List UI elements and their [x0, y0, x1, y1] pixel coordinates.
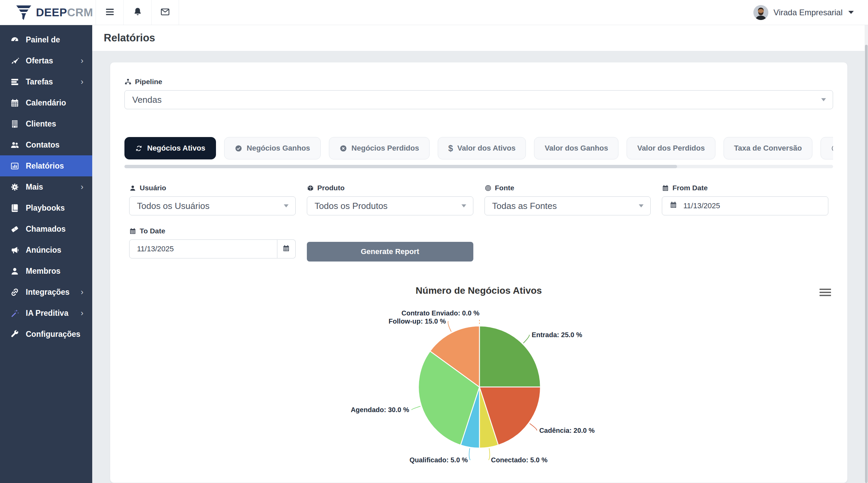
notifications-button[interactable] [123, 0, 151, 25]
chart-context-menu-icon[interactable] [820, 287, 831, 297]
chevron-down-icon [639, 205, 644, 208]
sidebar-item-label: Ofertas [26, 56, 53, 65]
link-icon [10, 287, 20, 297]
filter-usuario: UsuárioTodos os Usuários [129, 184, 296, 215]
megaphone-icon [10, 245, 20, 255]
sidebar-item-label: Configurações [26, 330, 80, 339]
user-icon [129, 185, 136, 192]
calendar-icon [10, 98, 20, 108]
tabs-scrollbar-thumb[interactable] [124, 165, 677, 168]
filter-produto: ProdutoTodos os Produtos [307, 184, 473, 215]
sidebar-item-tarefas[interactable]: Tarefas› [0, 71, 92, 92]
from-date-input[interactable]: 11/13/2025 [662, 196, 828, 215]
sidebar-item-label: Tarefas [26, 77, 53, 86]
produto-label: Produto [307, 184, 473, 192]
tab-label: Negócios Ganhos [247, 144, 310, 153]
menu-button[interactable] [96, 0, 123, 25]
main-content: Relatórios Pipeline Vendas Negócios Ativ… [92, 25, 868, 483]
chevron-right-icon: › [81, 287, 83, 297]
mail-icon [160, 7, 170, 18]
generate-report-cell: Generate Report [307, 227, 473, 262]
sidebar-item-label: Playbooks [26, 204, 65, 213]
filters-grid: UsuárioTodos os UsuáriosProdutoTodos os … [124, 184, 833, 262]
sidebar-item-label: Mais [26, 182, 43, 192]
pie-label-entrada: Entrada: 25.0 % [532, 331, 582, 339]
chevron-down-icon [461, 205, 466, 208]
building-icon [10, 119, 20, 129]
tab-valor-dos-ativos[interactable]: $Valor dos Ativos [438, 137, 526, 159]
dollar-icon: $ [448, 143, 453, 153]
brand-text: DEEPCRM [36, 6, 93, 19]
pie-chart: Entrada: 25.0 %Cadência: 20.0 %Conectado… [124, 297, 834, 474]
sidebar-item-clientes[interactable]: Clientes [0, 113, 92, 134]
sidebar-item-calendario[interactable]: Calendário [0, 92, 92, 113]
pie-slice-entrada[interactable] [479, 326, 540, 387]
filter-from-date: From Date11/13/2025 [662, 184, 828, 215]
pie-connector-cadencia [530, 424, 537, 431]
page-scrollbar[interactable] [865, 25, 868, 483]
pie-label-cadencia: Cadência: 20.0 % [539, 427, 595, 434]
clock-icon [831, 144, 833, 152]
tab-negocios-perdidos[interactable]: Negócios Perdidos [329, 137, 430, 159]
brand-logo[interactable]: DEEPCRM [0, 5, 96, 20]
produto-select[interactable]: Todos os Produtos [307, 196, 473, 215]
fonte-select[interactable]: Todas as Fontes [485, 196, 651, 215]
sidebar-item-ia-preditiva[interactable]: IA Preditiva› [0, 303, 92, 324]
tabs-scrollbar[interactable] [124, 165, 833, 168]
chevron-down-icon [821, 98, 826, 101]
pie-label-conectado: Conectado: 5.0 % [491, 456, 548, 464]
ticket-icon [10, 224, 20, 234]
tasks-icon [10, 77, 20, 86]
topbar: DEEPCRM Virada Empresarial [0, 0, 868, 25]
sidebar-item-painel-de[interactable]: Painel de [0, 29, 92, 50]
chart-area: Número de Negócios Ativos Entrada: 25.0 … [124, 285, 833, 474]
sidebar-item-chamados[interactable]: Chamados [0, 218, 92, 239]
messages-button[interactable] [151, 0, 179, 25]
calendar-sm-icon [662, 185, 669, 192]
report-card: Pipeline Vendas Negócios AtivosNegócios … [110, 62, 848, 483]
user-avatar [753, 5, 768, 20]
book-icon [10, 203, 20, 213]
tab-label: Negócios Ativos [147, 144, 205, 153]
sidebar-item-contatos[interactable]: Contatos [0, 134, 92, 155]
sidebar-item-membros[interactable]: Membros [0, 260, 92, 282]
sidebar-item-mais[interactable]: Mais› [0, 176, 92, 197]
chevron-down-icon [284, 205, 289, 208]
gauge-icon [10, 35, 20, 44]
sidebar-item-label: IA Preditiva [26, 309, 68, 318]
to-date-calendar-button[interactable] [277, 239, 296, 258]
to-date-input[interactable]: 11/13/2025 [129, 239, 277, 258]
sidebar-item-label: Membros [26, 267, 60, 276]
from-date-label: From Date [662, 184, 828, 192]
tab-negocios-ativos[interactable]: Negócios Ativos [124, 137, 216, 159]
sidebar-item-integracoes[interactable]: Integrações› [0, 282, 92, 303]
pie-connector-conectado [489, 448, 490, 460]
user-menu[interactable]: Virada Empresarial [753, 5, 868, 20]
pie-label-agendado: Agendado: 30.0 % [351, 406, 409, 413]
rocket-icon [10, 56, 20, 65]
pie-connector-entrada [523, 335, 529, 343]
sidebar-item-relatorios[interactable]: Relatórios [0, 155, 92, 176]
check-circle-icon [235, 144, 242, 152]
chart-title: Número de Negócios Ativos [124, 285, 833, 296]
pipeline-select[interactable]: Vendas [124, 90, 833, 109]
tab-valor-dos-ganhos[interactable]: Valor dos Ganhos [534, 137, 618, 159]
usuario-select[interactable]: Todos os Usuários [129, 196, 296, 215]
chevron-right-icon: › [81, 182, 83, 192]
calendar-sm-icon [129, 228, 136, 235]
tab-negocios-ganhos[interactable]: Negócios Ganhos [224, 137, 321, 159]
generate-report-button[interactable]: Generate Report [307, 242, 473, 262]
sidebar-item-ofertas[interactable]: Ofertas› [0, 50, 92, 71]
sidebar-item-playbooks[interactable]: Playbooks [0, 197, 92, 218]
tab-label: Valor dos Ativos [457, 144, 516, 153]
fonte-label: Fonte [485, 184, 651, 192]
tab-tempo-medio-por-etapa[interactable]: Tempo Médio por Etapa [821, 137, 833, 159]
page-scrollbar-thumb[interactable] [865, 45, 868, 483]
tab-taxa-de-conversao[interactable]: Taxa de Conversão [724, 137, 812, 159]
sidebar-item-anuncios[interactable]: Anúncios [0, 239, 92, 260]
tab-valor-dos-perdidos[interactable]: Valor dos Perdidos [627, 137, 715, 159]
cube-icon [307, 185, 314, 192]
sidebar-item-label: Painel de [26, 35, 60, 44]
pie-label-qualificado: Qualificado: 5.0 % [410, 456, 468, 464]
sidebar-item-configuracoes[interactable]: Configurações [0, 324, 92, 345]
